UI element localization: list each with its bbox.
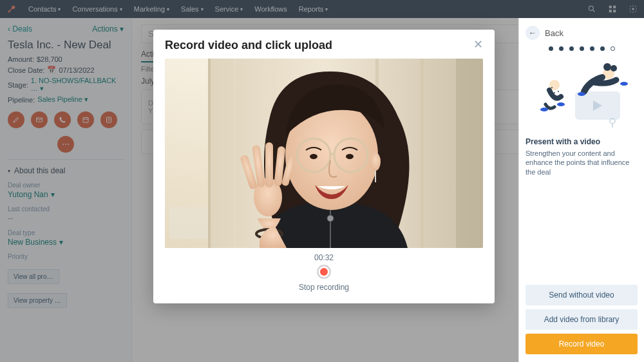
gear-icon[interactable] [629,5,638,14]
deal-type-label: Deal type [8,229,124,236]
svg-point-21 [551,87,553,88]
svg-rect-55 [265,142,273,187]
svg-rect-38 [421,59,424,248]
svg-rect-5 [609,6,612,8]
svg-point-30 [620,82,628,86]
side-body: Strengthen your content and enhance the … [526,149,638,176]
top-nav: Contacts▾ Conversations▾ Marketing▾ Sale… [0,0,644,18]
nav-service[interactable]: Service▾ [215,5,243,13]
svg-point-1 [8,11,10,13]
svg-rect-8 [613,10,616,12]
nav-reports[interactable]: Reports▾ [299,5,328,13]
about-deal-header[interactable]: ▾About this deal [8,159,124,175]
owner-value[interactable]: Yutong Nan ▾ [8,190,124,199]
task-icon[interactable] [100,111,117,128]
svg-point-49 [346,154,354,159]
svg-point-48 [310,154,317,159]
svg-rect-6 [613,6,616,8]
video-illustration [526,56,638,133]
nav-marketing[interactable]: Marketing▾ [134,5,169,13]
arrow-left-icon: ← [526,26,540,40]
svg-point-23 [554,92,555,93]
deal-stage[interactable]: Stage: 1. NO-SHOWS/FALLBACK … ▾ [8,77,124,93]
nav-contacts[interactable]: Contacts▾ [28,5,61,13]
svg-rect-13 [107,117,111,122]
view-all-props-button[interactable]: View all pro… [8,269,59,284]
svg-point-29 [603,63,611,71]
video-side-panel: ← Back Present with a video Strength [518,18,644,362]
last-contacted-label: Last contacted [8,205,124,213]
note-icon[interactable] [8,111,24,128]
side-back-button[interactable]: ← Back [526,26,638,40]
search-icon[interactable] [587,5,596,14]
hubspot-logo-icon [6,4,17,14]
close-icon[interactable]: ✕ [473,39,483,50]
deal-amount: Amount: $28,700 [8,55,124,63]
svg-point-9 [632,8,634,10]
side-heading: Present with a video [526,137,638,146]
actions-menu[interactable]: Actions ▾ [92,24,124,33]
svg-point-22 [549,90,550,91]
svg-rect-35 [234,59,236,248]
svg-rect-39 [456,59,483,248]
last-contacted-value: -- [8,214,124,223]
call-icon[interactable] [54,111,71,128]
nav-conversations[interactable]: Conversations▾ [72,5,122,13]
recording-timer: 00:32 [165,253,483,262]
svg-point-0 [12,6,15,9]
deal-sidebar: ‹ Deals Actions ▾ Tesla Inc. - New Deal … [0,18,132,362]
svg-line-4 [593,10,595,12]
step-dots [526,46,638,51]
deal-pipeline[interactable]: Pipeline: Sales Pipeline ▾ [8,95,124,104]
svg-point-25 [540,108,548,111]
marketplace-icon[interactable] [608,5,617,14]
modal-title: Record video and click upload [165,39,332,52]
record-video-modal: Record video and click upload ✕ [153,30,495,303]
svg-point-3 [589,6,593,10]
svg-point-28 [611,65,617,71]
view-history-button[interactable]: View property … [8,293,67,308]
svg-point-31 [578,92,585,96]
svg-rect-10 [37,118,43,122]
svg-line-2 [10,8,13,12]
deal-type-value[interactable]: New Business ▾ [8,238,124,247]
nav-workflows[interactable]: Workflows [254,5,287,13]
svg-rect-11 [83,118,88,123]
svg-point-26 [557,102,565,106]
deal-title: Tesla Inc. - New Deal [8,39,124,52]
stop-recording-label: Stop recording [299,283,349,292]
priority-label: Priority [8,253,124,260]
owner-label: Deal owner [8,182,124,189]
email-icon[interactable] [31,111,48,128]
record-video-button[interactable]: Record video [526,334,638,354]
svg-rect-40 [169,207,208,239]
svg-rect-7 [609,10,612,12]
deal-close-date[interactable]: Close Date: 📅 07/13/2022 [8,66,124,74]
add-from-library-button[interactable]: Add video from library [526,309,638,330]
send-without-video-button[interactable]: Send without video [526,285,638,305]
stop-recording-button[interactable] [317,265,331,279]
svg-point-43 [327,215,334,222]
log-icon[interactable] [77,111,94,128]
nav-sales[interactable]: Sales▾ [181,5,204,13]
back-to-deals[interactable]: ‹ Deals [8,24,32,33]
svg-point-24 [558,91,559,92]
calendar-icon: 📅 [47,66,56,74]
svg-point-50 [370,153,381,171]
video-preview [165,59,483,248]
svg-rect-34 [208,59,211,248]
more-icon[interactable]: ⋯ [57,136,74,153]
